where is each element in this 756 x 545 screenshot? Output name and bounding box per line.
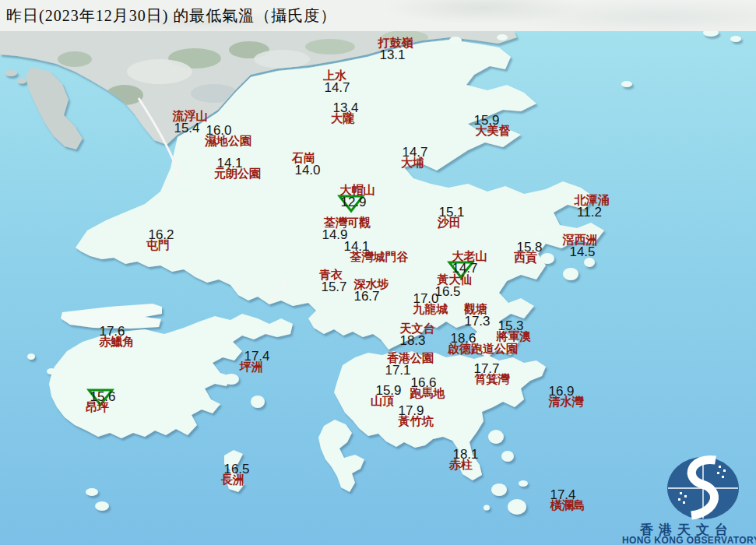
hko-min-temperature-map: 昨日(2023年12月30日) 的最低氣溫（攝氏度） 13.1打鼓嶺14.7上水… <box>0 0 756 545</box>
hko-logo-emblem <box>617 444 756 522</box>
hko-logo-en: HONG KONG OBSERVATORY <box>622 535 756 545</box>
title-band: 昨日(2023年12月30日) 的最低氣溫（攝氏度） <box>0 0 756 31</box>
hko-logo: 香港天文台 HONG KONG OBSERVATORY <box>617 444 756 545</box>
map-title: 昨日(2023年12月30日) 的最低氣溫（攝氏度） <box>0 5 336 26</box>
